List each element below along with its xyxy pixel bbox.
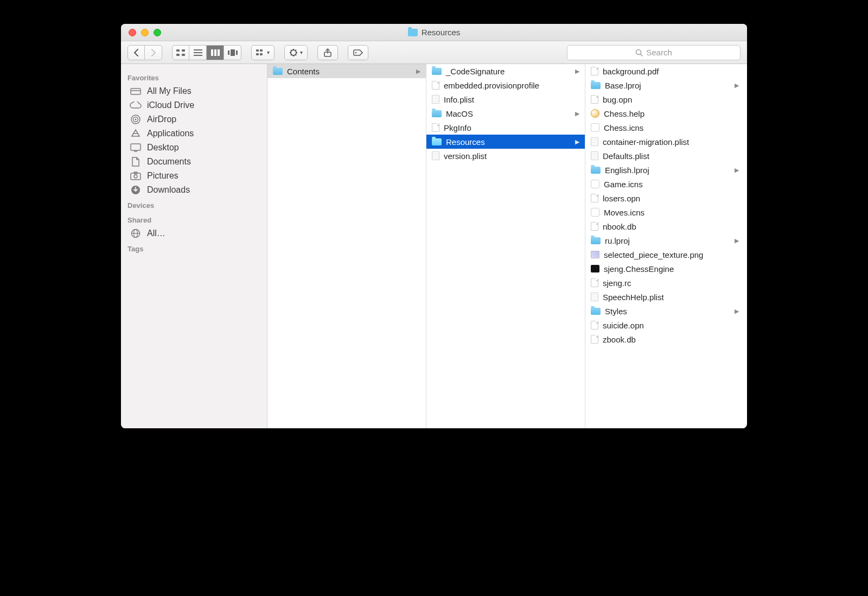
sidebar-section-header: Favorites (121, 69, 267, 84)
search-placeholder: Search (646, 48, 672, 57)
sidebar-item-label: Desktop (147, 143, 179, 153)
file-row[interactable]: Info.plist (426, 92, 585, 106)
svg-rect-12 (236, 50, 238, 55)
svg-rect-15 (256, 53, 259, 55)
file-row[interactable]: background.pdf (585, 64, 744, 78)
back-button[interactable] (127, 45, 145, 60)
fullscreen-window-button[interactable] (154, 29, 161, 36)
search-icon (635, 49, 643, 56)
file-row[interactable]: Defaults.plist (585, 149, 744, 163)
share-group (317, 45, 338, 60)
file-row[interactable]: bug.opn (585, 92, 744, 106)
sidebar-item-applications[interactable]: Applications (121, 126, 267, 141)
sidebar-item-label: All My Files (147, 86, 192, 96)
file-label: Base.lproj (605, 81, 641, 90)
file-row[interactable]: Base.lproj▶ (585, 78, 744, 92)
file-row[interactable]: Contents▶ (267, 64, 426, 78)
folder-icon (591, 237, 601, 244)
file-row[interactable]: _CodeSignature▶ (426, 64, 585, 78)
forward-button[interactable] (145, 45, 162, 60)
file-row[interactable]: MacOS▶ (426, 106, 585, 121)
close-window-button[interactable] (129, 29, 136, 36)
svg-rect-1 (182, 49, 185, 52)
file-row[interactable]: English.lproj▶ (585, 163, 744, 177)
sidebar-item-desktop[interactable]: Desktop (121, 141, 267, 155)
sidebar-item-all-my-files[interactable]: All My Files (121, 84, 267, 98)
icns-icon (591, 180, 599, 188)
file-row[interactable]: sjeng.rc (585, 276, 744, 290)
toolbar: ▾ ▾ Search (121, 41, 747, 64)
titlebar[interactable]: Resources (121, 24, 747, 41)
chevron-right-icon: ▶ (735, 167, 739, 174)
file-label: Defaults.plist (603, 151, 649, 161)
file-label: ru.lproj (605, 236, 630, 245)
file-row[interactable]: PkgInfo (426, 121, 585, 135)
file-row[interactable]: zbook.db (585, 332, 744, 346)
search-field[interactable]: Search (567, 45, 741, 60)
sidebar-item-airdrop[interactable]: AirDrop (121, 112, 267, 126)
file-label: Contents (287, 67, 320, 76)
edit-tags-button[interactable] (348, 45, 368, 60)
column-0[interactable]: Contents▶ (267, 64, 426, 428)
svg-rect-8 (214, 49, 216, 56)
sidebar-item-icloud-drive[interactable]: iCloud Drive (121, 98, 267, 112)
sidebar-section-header: Shared (121, 212, 267, 226)
sidebar-item-all-[interactable]: All… (121, 226, 267, 240)
share-button[interactable] (317, 45, 338, 60)
svg-rect-11 (231, 49, 235, 56)
file-row[interactable]: Styles▶ (585, 304, 744, 318)
sidebar[interactable]: FavoritesAll My FilesiCloud DriveAirDrop… (121, 64, 267, 428)
icon-view-button[interactable] (172, 45, 189, 60)
file-row[interactable]: sjeng.ChessEngine (585, 262, 744, 276)
file-row[interactable]: suicide.opn (585, 318, 744, 332)
file-row[interactable]: selected_piece_texture.png (585, 248, 744, 262)
file-label: Info.plist (444, 95, 474, 104)
svg-rect-0 (176, 49, 180, 52)
file-row[interactable]: Chess.help (585, 106, 744, 121)
chevron-right-icon: ▶ (575, 110, 579, 117)
icns-icon (591, 208, 599, 217)
file-icon (432, 123, 439, 132)
file-row[interactable]: losers.opn (585, 191, 744, 205)
folder-icon (408, 29, 418, 36)
sidebar-item-pictures[interactable]: Pictures (121, 169, 267, 183)
file-row[interactable]: Game.icns (585, 177, 744, 191)
png-icon (591, 251, 599, 258)
file-row[interactable]: ru.lproj▶ (585, 233, 744, 248)
file-label: English.lproj (605, 166, 649, 175)
file-label: container-migration.plist (603, 137, 689, 147)
pictures-icon (130, 171, 142, 181)
file-icon (591, 321, 598, 329)
file-row[interactable]: Chess.icns (585, 121, 744, 135)
minimize-window-button[interactable] (141, 29, 149, 36)
file-icon (591, 335, 598, 344)
sidebar-item-documents[interactable]: Documents (121, 155, 267, 169)
column-2[interactable]: background.pdfBase.lproj▶bug.opnChess.he… (585, 64, 744, 428)
column-view-button[interactable] (207, 45, 224, 60)
file-icon (591, 194, 598, 202)
list-view-button[interactable] (189, 45, 207, 60)
chevron-right-icon: ▶ (735, 82, 739, 89)
documents-icon (130, 157, 142, 167)
action-button[interactable]: ▾ (284, 45, 308, 60)
file-row[interactable]: version.plist (426, 149, 585, 163)
cloud-icon (130, 100, 142, 110)
file-row[interactable]: container-migration.plist (585, 135, 744, 149)
sidebar-item-downloads[interactable]: Downloads (121, 183, 267, 197)
arrange-button[interactable]: ▾ (251, 45, 275, 60)
file-row[interactable]: nbook.db (585, 219, 744, 233)
column-1[interactable]: _CodeSignature▶embedded.provisionprofile… (426, 64, 585, 428)
svg-rect-28 (131, 144, 141, 150)
svg-rect-22 (131, 88, 141, 94)
coverflow-view-button[interactable] (224, 45, 241, 60)
sidebar-item-label: Applications (147, 129, 194, 138)
file-label: Game.icns (604, 180, 643, 189)
file-row[interactable]: Resources▶ (426, 135, 585, 149)
svg-point-19 (355, 52, 357, 53)
file-row[interactable]: embedded.provisionprofile (426, 78, 585, 92)
file-label: Chess.help (604, 109, 644, 118)
tags-group (348, 45, 368, 60)
sidebar-item-label: All… (147, 229, 165, 238)
file-row[interactable]: Moves.icns (585, 205, 744, 219)
file-row[interactable]: SpeechHelp.plist (585, 290, 744, 304)
